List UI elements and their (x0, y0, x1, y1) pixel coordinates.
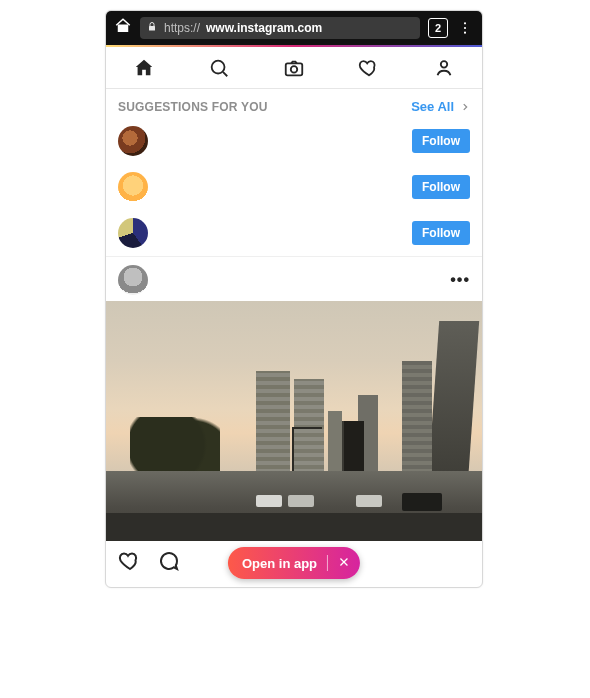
svg-line-5 (223, 72, 227, 76)
suggestion-user (118, 218, 148, 248)
tab-count: 2 (435, 22, 441, 34)
screenshot-frame: https://www.instagram.com 2 (0, 0, 590, 698)
suggestion-row: Follow (106, 210, 482, 256)
browser-home-icon[interactable] (114, 17, 132, 39)
comment-icon[interactable] (156, 549, 180, 577)
url-protocol: https:// (164, 21, 200, 35)
suggestion-row: Follow (106, 164, 482, 210)
svg-point-7 (291, 66, 297, 72)
suggestions-header: SUGGESTIONS FOR YOU See All (106, 89, 482, 118)
lock-icon (146, 21, 158, 36)
browser-menu-icon[interactable] (456, 20, 474, 36)
suggestion-row: Follow (106, 118, 482, 164)
post-image[interactable] (106, 301, 482, 541)
url-bar[interactable]: https://www.instagram.com (140, 17, 420, 39)
nav-camera-icon[interactable] (281, 55, 307, 81)
follow-button[interactable]: Follow (412, 129, 470, 153)
nav-activity-icon[interactable] (356, 55, 382, 81)
suggestion-user (118, 126, 148, 156)
see-all-label: See All (411, 99, 454, 114)
follow-button[interactable]: Follow (412, 221, 470, 245)
browser-chrome: https://www.instagram.com 2 (106, 11, 482, 45)
avatar[interactable] (118, 172, 148, 202)
avatar[interactable] (118, 126, 148, 156)
suggestions-title: SUGGESTIONS FOR YOU (118, 100, 268, 114)
post-header: ••• (106, 256, 482, 301)
suggestion-user (118, 172, 148, 202)
url-host: www.instagram.com (206, 21, 322, 35)
nav-search-icon[interactable] (206, 55, 232, 81)
follow-button[interactable]: Follow (412, 175, 470, 199)
svg-point-4 (211, 60, 224, 73)
svg-point-1 (464, 22, 466, 24)
post-more-icon[interactable]: ••• (450, 271, 470, 289)
top-nav (106, 47, 482, 89)
close-banner-icon[interactable] (338, 556, 350, 571)
tab-count-button[interactable]: 2 (428, 18, 448, 38)
post-author[interactable] (118, 265, 148, 295)
avatar[interactable] (118, 218, 148, 248)
svg-point-3 (464, 32, 466, 34)
see-all-link[interactable]: See All (411, 99, 470, 114)
nav-home-icon[interactable] (131, 55, 157, 81)
like-icon[interactable] (118, 549, 142, 577)
svg-point-8 (441, 61, 447, 67)
open-in-app-button[interactable]: Open in app (242, 556, 317, 571)
svg-rect-0 (149, 26, 155, 31)
avatar (118, 265, 148, 295)
nav-profile-icon[interactable] (431, 55, 457, 81)
phone-viewport: https://www.instagram.com 2 (105, 10, 483, 588)
svg-rect-6 (286, 63, 303, 75)
divider (327, 555, 328, 571)
open-in-app-banner: Open in app (228, 547, 360, 579)
svg-point-2 (464, 27, 466, 29)
chevron-right-icon (460, 102, 470, 112)
